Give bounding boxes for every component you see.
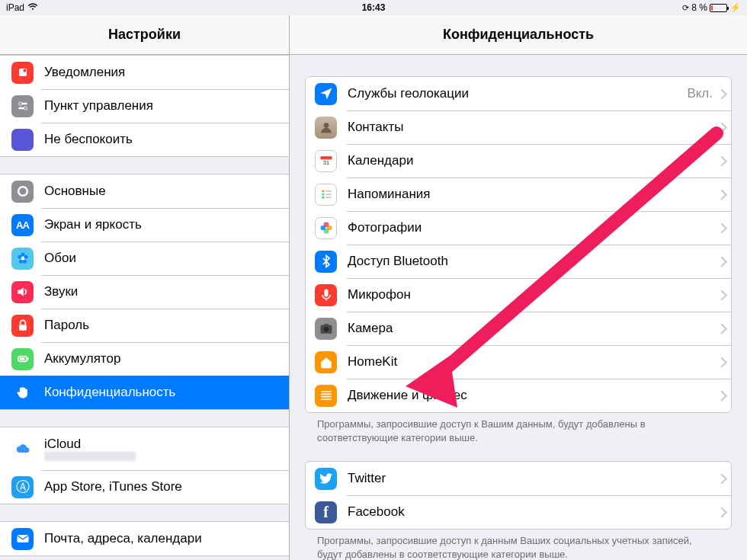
battery-icon bbox=[710, 4, 727, 12]
svg-rect-18 bbox=[17, 535, 28, 542]
charging-icon: ⚡ bbox=[729, 2, 741, 13]
chevron-right-icon bbox=[717, 223, 731, 233]
flower-icon bbox=[11, 248, 34, 270]
chevron-right-icon bbox=[717, 290, 731, 300]
chevron-right-icon bbox=[717, 156, 731, 166]
speaker-icon bbox=[11, 281, 34, 303]
row-label: Фотографии bbox=[348, 220, 717, 235]
moon-icon bbox=[11, 129, 34, 151]
svg-rect-16 bbox=[27, 357, 28, 360]
svg-point-35 bbox=[323, 327, 329, 332]
group-footer: Программы, запросившие доступ к данным В… bbox=[305, 530, 732, 560]
row-notifications[interactable]: Уведомления bbox=[0, 56, 289, 89]
mail-icon bbox=[11, 528, 34, 550]
row-label: Службы геолокации bbox=[348, 86, 687, 101]
row-value: Вкл. bbox=[687, 86, 713, 101]
row-stores[interactable]: ⒶApp Store, iTunes Store bbox=[0, 470, 289, 504]
row-label: Контакты bbox=[348, 120, 717, 135]
row-camera[interactable]: Камера bbox=[306, 312, 731, 345]
row-icloud[interactable]: iCloud bbox=[0, 427, 289, 470]
svg-point-7 bbox=[21, 190, 24, 193]
detail-scroll[interactable]: Службы геолокацииВкл.Контакты31Календари… bbox=[290, 55, 747, 560]
row-label: Камера bbox=[348, 321, 717, 336]
chevron-right-icon bbox=[717, 324, 731, 334]
row-mail[interactable]: Почта, адреса, календари bbox=[0, 522, 289, 555]
reminders-icon bbox=[315, 184, 337, 206]
group-footer: Программы, запросившие доступ к Вашим да… bbox=[305, 413, 732, 444]
svg-rect-33 bbox=[324, 290, 328, 297]
home-icon bbox=[315, 351, 337, 373]
svg-point-32 bbox=[320, 226, 325, 231]
row-contacts[interactable]: Контакты bbox=[306, 110, 731, 144]
lock-icon bbox=[11, 315, 34, 337]
row-label: Микрофон bbox=[348, 287, 717, 302]
cloud-icon bbox=[11, 438, 34, 460]
row-label: Twitter bbox=[348, 471, 717, 486]
svg-point-10 bbox=[24, 255, 27, 259]
row-label: Обои bbox=[44, 251, 289, 266]
row-photos[interactable]: Фотографии bbox=[306, 211, 731, 245]
row-homekit[interactable]: HomeKit bbox=[306, 345, 731, 379]
gear-icon bbox=[11, 181, 34, 203]
chevron-right-icon bbox=[717, 507, 731, 517]
row-passcode[interactable]: Пароль bbox=[0, 309, 289, 342]
svg-point-24 bbox=[322, 193, 324, 195]
twitter-icon bbox=[315, 468, 337, 490]
facebook-icon: f bbox=[315, 501, 337, 523]
bluetooth-icon bbox=[315, 251, 337, 273]
row-label: App Store, iTunes Store bbox=[44, 479, 289, 494]
chevron-right-icon bbox=[717, 89, 731, 99]
row-label: Календари bbox=[348, 153, 717, 168]
row-wallpaper[interactable]: Обои bbox=[0, 242, 289, 275]
contacts-icon bbox=[315, 117, 337, 139]
motion-icon bbox=[315, 385, 337, 407]
svg-point-19 bbox=[323, 123, 329, 128]
row-label: Уведомления bbox=[44, 65, 289, 80]
row-twitter[interactable]: Twitter bbox=[306, 462, 731, 495]
row-control-center[interactable]: Пункт управления bbox=[0, 89, 289, 123]
svg-rect-17 bbox=[19, 357, 24, 360]
row-label: Экран и яркость bbox=[44, 217, 289, 232]
battery-icon bbox=[11, 348, 34, 370]
svg-point-1 bbox=[23, 69, 27, 72]
settings-sidebar: Настройки УведомленияПункт управленияНе … bbox=[0, 15, 290, 560]
row-label: Основные bbox=[44, 184, 289, 199]
chevron-right-icon bbox=[717, 391, 731, 401]
row-battery[interactable]: Аккумулятор bbox=[0, 342, 289, 376]
toggles-icon bbox=[11, 95, 34, 117]
svg-rect-27 bbox=[325, 194, 332, 195]
row-privacy[interactable]: Конфиденциальность bbox=[0, 376, 289, 409]
calendar-icon: 31 bbox=[315, 150, 337, 172]
row-label: HomeKit bbox=[348, 354, 717, 370]
row-display[interactable]: AAЭкран и яркость bbox=[0, 208, 289, 242]
chevron-right-icon bbox=[717, 357, 731, 367]
row-microphone[interactable]: Микрофон bbox=[306, 278, 731, 312]
svg-text:31: 31 bbox=[322, 159, 329, 166]
row-sounds[interactable]: Звуки bbox=[0, 275, 289, 309]
device-label: iPad bbox=[6, 2, 24, 13]
bell-icon bbox=[11, 62, 34, 84]
svg-rect-36 bbox=[323, 324, 329, 326]
row-label: iCloud bbox=[44, 437, 289, 452]
camera-icon bbox=[315, 318, 337, 340]
icloud-account-blurred bbox=[44, 452, 136, 461]
row-label: Не беспокоить bbox=[44, 132, 289, 147]
svg-rect-28 bbox=[325, 197, 332, 198]
row-label: Facebook bbox=[348, 504, 717, 520]
row-motion[interactable]: Движение и фитнес bbox=[306, 379, 731, 412]
row-dnd[interactable]: Не беспокоить bbox=[0, 123, 289, 156]
row-general[interactable]: Основные bbox=[0, 174, 289, 208]
row-label: Аккумулятор bbox=[44, 351, 289, 366]
row-bluetooth[interactable]: Доступ Bluetooth bbox=[306, 245, 731, 278]
row-location[interactable]: Службы геолокацииВкл. bbox=[306, 77, 731, 110]
row-reminders[interactable]: Напоминания bbox=[306, 178, 731, 211]
sidebar-scroll[interactable]: УведомленияПункт управленияНе беспокоить… bbox=[0, 55, 289, 560]
row-calendars[interactable]: 31Календари bbox=[306, 144, 731, 178]
battery-percent: 8 % bbox=[691, 2, 707, 13]
status-time: 16:43 bbox=[362, 2, 386, 13]
row-facebook[interactable]: fFacebook bbox=[306, 495, 731, 529]
photos-icon bbox=[315, 217, 337, 239]
detail-pane: Конфиденциальность Службы геолокацииВкл.… bbox=[290, 15, 747, 560]
aa-icon: AA bbox=[11, 214, 34, 236]
appstore-icon: Ⓐ bbox=[11, 476, 34, 498]
